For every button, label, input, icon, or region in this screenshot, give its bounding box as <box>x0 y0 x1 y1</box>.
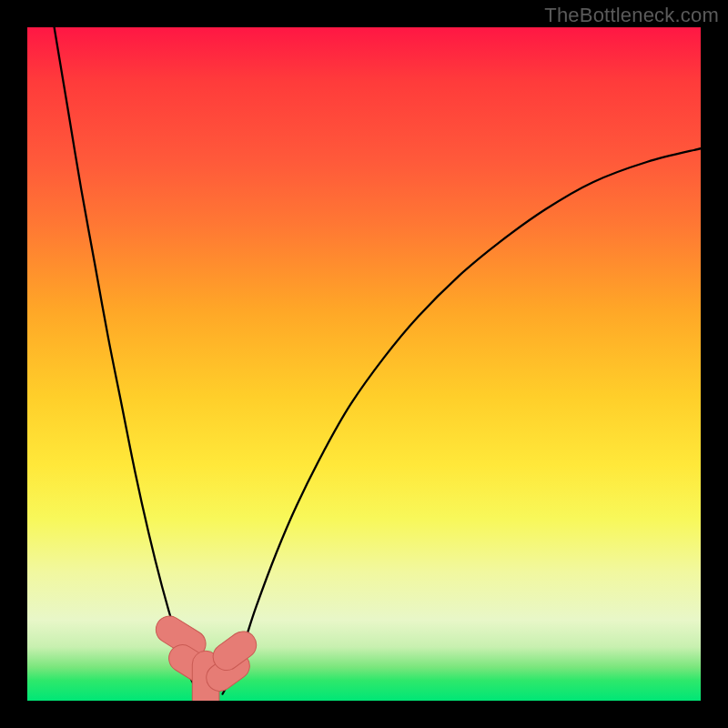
curve-right-branch <box>223 148 701 693</box>
watermark-text: TheBottleneck.com <box>544 4 719 27</box>
curve-left-branch <box>55 27 203 694</box>
plot-area <box>27 27 701 701</box>
bottleneck-curve <box>27 27 701 701</box>
chart-frame: TheBottleneck.com <box>0 0 728 728</box>
